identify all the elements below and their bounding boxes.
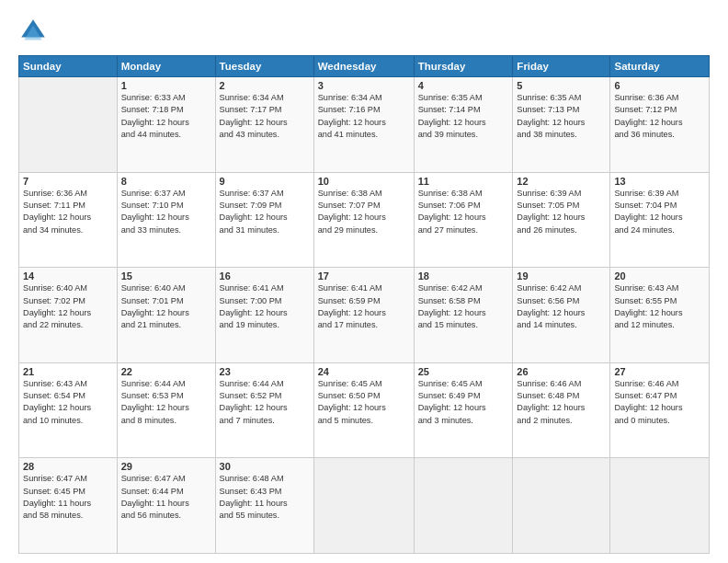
calendar-cell: 16Sunrise: 6:41 AMSunset: 7:00 PMDayligh… <box>215 268 313 363</box>
cell-info: Sunrise: 6:37 AMSunset: 7:09 PMDaylight:… <box>220 188 310 236</box>
day-number: 14 <box>23 270 113 282</box>
day-number: 12 <box>517 176 606 187</box>
calendar-cell: 1Sunrise: 6:33 AMSunset: 7:18 PMDaylight… <box>117 77 215 173</box>
cell-info: Sunrise: 6:44 AMSunset: 6:52 PMDaylight:… <box>220 378 310 427</box>
cell-info: Sunrise: 6:38 AMSunset: 7:06 PMDaylight:… <box>418 188 509 236</box>
calendar-cell: 12Sunrise: 6:39 AMSunset: 7:05 PMDayligh… <box>513 172 610 268</box>
day-number: 2 <box>220 80 310 91</box>
day-number: 19 <box>517 270 606 282</box>
header-day-monday: Monday <box>117 56 215 77</box>
day-number: 16 <box>220 270 310 282</box>
calendar-cell: 14Sunrise: 6:40 AMSunset: 7:02 PMDayligh… <box>19 268 118 363</box>
cell-info: Sunrise: 6:43 AMSunset: 6:54 PMDaylight:… <box>23 378 113 427</box>
cell-info: Sunrise: 6:47 AMSunset: 6:44 PMDaylight:… <box>121 473 211 522</box>
day-number: 13 <box>614 176 705 187</box>
cell-info: Sunrise: 6:37 AMSunset: 7:10 PMDaylight:… <box>121 188 211 236</box>
header-day-sunday: Sunday <box>19 56 118 77</box>
calendar-cell: 18Sunrise: 6:42 AMSunset: 6:58 PMDayligh… <box>414 268 513 363</box>
cell-info: Sunrise: 6:43 AMSunset: 6:55 PMDaylight:… <box>614 282 705 331</box>
calendar-cell: 28Sunrise: 6:47 AMSunset: 6:45 PMDayligh… <box>19 458 118 554</box>
week-row-0: 1Sunrise: 6:33 AMSunset: 7:18 PMDaylight… <box>19 77 710 173</box>
day-number: 29 <box>121 461 211 472</box>
calendar-cell <box>414 458 513 554</box>
calendar-cell: 15Sunrise: 6:40 AMSunset: 7:01 PMDayligh… <box>117 268 215 363</box>
calendar-cell: 13Sunrise: 6:39 AMSunset: 7:04 PMDayligh… <box>610 172 710 268</box>
header-day-saturday: Saturday <box>610 56 710 77</box>
day-number: 9 <box>220 176 310 187</box>
calendar-cell: 6Sunrise: 6:36 AMSunset: 7:12 PMDaylight… <box>610 77 710 173</box>
cell-info: Sunrise: 6:38 AMSunset: 7:07 PMDaylight:… <box>318 188 410 236</box>
calendar-cell: 10Sunrise: 6:38 AMSunset: 7:07 PMDayligh… <box>313 172 414 268</box>
calendar-cell: 30Sunrise: 6:48 AMSunset: 6:43 PMDayligh… <box>215 458 313 554</box>
cell-info: Sunrise: 6:34 AMSunset: 7:16 PMDaylight:… <box>318 92 410 141</box>
cell-info: Sunrise: 6:33 AMSunset: 7:18 PMDaylight:… <box>121 92 211 141</box>
header-day-tuesday: Tuesday <box>215 56 313 77</box>
calendar-cell <box>19 77 118 173</box>
calendar-cell: 23Sunrise: 6:44 AMSunset: 6:52 PMDayligh… <box>215 362 313 458</box>
calendar-header: SundayMondayTuesdayWednesdayThursdayFrid… <box>19 56 710 77</box>
day-number: 4 <box>418 80 509 91</box>
day-number: 25 <box>418 366 509 377</box>
header <box>18 17 710 46</box>
logo-icon <box>18 17 48 46</box>
week-row-2: 14Sunrise: 6:40 AMSunset: 7:02 PMDayligh… <box>19 268 710 363</box>
cell-info: Sunrise: 6:46 AMSunset: 6:48 PMDaylight:… <box>517 378 606 427</box>
calendar-cell: 8Sunrise: 6:37 AMSunset: 7:10 PMDaylight… <box>117 172 215 268</box>
week-row-3: 21Sunrise: 6:43 AMSunset: 6:54 PMDayligh… <box>19 362 710 458</box>
calendar-table: SundayMondayTuesdayWednesdayThursdayFrid… <box>18 55 710 554</box>
calendar-cell: 3Sunrise: 6:34 AMSunset: 7:16 PMDaylight… <box>313 77 414 173</box>
calendar-cell: 9Sunrise: 6:37 AMSunset: 7:09 PMDaylight… <box>215 172 313 268</box>
calendar-cell: 22Sunrise: 6:44 AMSunset: 6:53 PMDayligh… <box>117 362 215 458</box>
calendar-cell: 25Sunrise: 6:45 AMSunset: 6:49 PMDayligh… <box>414 362 513 458</box>
calendar-cell: 21Sunrise: 6:43 AMSunset: 6:54 PMDayligh… <box>19 362 118 458</box>
day-number: 22 <box>121 366 211 377</box>
cell-info: Sunrise: 6:45 AMSunset: 6:49 PMDaylight:… <box>418 378 509 427</box>
header-day-wednesday: Wednesday <box>313 56 414 77</box>
day-number: 21 <box>23 366 113 377</box>
day-number: 8 <box>121 176 211 187</box>
cell-info: Sunrise: 6:36 AMSunset: 7:12 PMDaylight:… <box>614 92 705 141</box>
header-day-friday: Friday <box>513 56 610 77</box>
calendar-cell: 4Sunrise: 6:35 AMSunset: 7:14 PMDaylight… <box>414 77 513 173</box>
day-number: 30 <box>220 461 310 472</box>
day-number: 18 <box>418 270 509 282</box>
cell-info: Sunrise: 6:40 AMSunset: 7:02 PMDaylight:… <box>23 282 113 331</box>
day-number: 3 <box>318 80 410 91</box>
cell-info: Sunrise: 6:39 AMSunset: 7:04 PMDaylight:… <box>614 188 705 236</box>
cell-info: Sunrise: 6:35 AMSunset: 7:14 PMDaylight:… <box>418 92 509 141</box>
header-day-thursday: Thursday <box>414 56 513 77</box>
day-number: 24 <box>318 366 410 377</box>
calendar-cell: 24Sunrise: 6:45 AMSunset: 6:50 PMDayligh… <box>313 362 414 458</box>
calendar-cell <box>610 458 710 554</box>
day-number: 28 <box>23 461 113 472</box>
cell-info: Sunrise: 6:46 AMSunset: 6:47 PMDaylight:… <box>614 378 705 427</box>
calendar-cell: 20Sunrise: 6:43 AMSunset: 6:55 PMDayligh… <box>610 268 710 363</box>
calendar-cell: 19Sunrise: 6:42 AMSunset: 6:56 PMDayligh… <box>513 268 610 363</box>
calendar-cell: 7Sunrise: 6:36 AMSunset: 7:11 PMDaylight… <box>19 172 118 268</box>
page: SundayMondayTuesdayWednesdayThursdayFrid… <box>0 0 728 563</box>
day-number: 5 <box>517 80 606 91</box>
header-row: SundayMondayTuesdayWednesdayThursdayFrid… <box>19 56 710 77</box>
calendar-cell: 29Sunrise: 6:47 AMSunset: 6:44 PMDayligh… <box>117 458 215 554</box>
day-number: 17 <box>318 270 410 282</box>
cell-info: Sunrise: 6:48 AMSunset: 6:43 PMDaylight:… <box>220 473 310 522</box>
cell-info: Sunrise: 6:40 AMSunset: 7:01 PMDaylight:… <box>121 282 211 331</box>
day-number: 26 <box>517 366 606 377</box>
calendar-cell <box>513 458 610 554</box>
day-number: 6 <box>614 80 705 91</box>
cell-info: Sunrise: 6:42 AMSunset: 6:56 PMDaylight:… <box>517 282 606 331</box>
cell-info: Sunrise: 6:39 AMSunset: 7:05 PMDaylight:… <box>517 188 606 236</box>
week-row-4: 28Sunrise: 6:47 AMSunset: 6:45 PMDayligh… <box>19 458 710 554</box>
calendar-cell: 11Sunrise: 6:38 AMSunset: 7:06 PMDayligh… <box>414 172 513 268</box>
day-number: 20 <box>614 270 705 282</box>
cell-info: Sunrise: 6:35 AMSunset: 7:13 PMDaylight:… <box>517 92 606 141</box>
cell-info: Sunrise: 6:47 AMSunset: 6:45 PMDaylight:… <box>23 473 113 522</box>
calendar-body: 1Sunrise: 6:33 AMSunset: 7:18 PMDaylight… <box>19 77 710 554</box>
day-number: 11 <box>418 176 509 187</box>
cell-info: Sunrise: 6:41 AMSunset: 7:00 PMDaylight:… <box>220 282 310 331</box>
cell-info: Sunrise: 6:44 AMSunset: 6:53 PMDaylight:… <box>121 378 211 427</box>
calendar-cell: 26Sunrise: 6:46 AMSunset: 6:48 PMDayligh… <box>513 362 610 458</box>
logo <box>18 17 51 46</box>
calendar-cell <box>313 458 414 554</box>
calendar-cell: 17Sunrise: 6:41 AMSunset: 6:59 PMDayligh… <box>313 268 414 363</box>
